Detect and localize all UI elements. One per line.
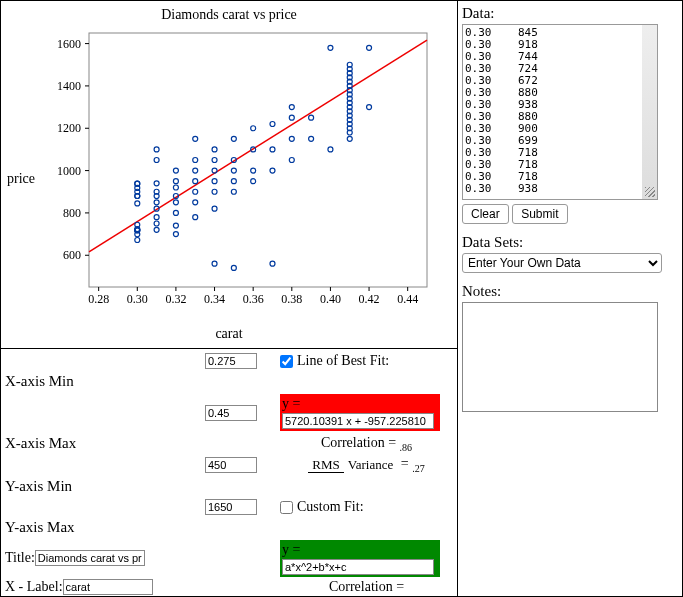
svg-text:0.42: 0.42 <box>359 292 380 306</box>
notes-heading: Notes: <box>462 283 678 300</box>
ymin-input[interactable] <box>205 457 257 473</box>
corr-label: Correlation = <box>321 435 396 450</box>
ymin-label: Y-axis Min <box>5 478 205 495</box>
svg-text:600: 600 <box>63 248 81 262</box>
svg-text:0.28: 0.28 <box>88 292 109 306</box>
notes-textarea[interactable] <box>462 302 658 412</box>
custom-equation-box: y = a*x^2+b*x+c <box>280 540 440 577</box>
title-input[interactable] <box>35 550 145 566</box>
custom-corr-label: Correlation = <box>329 579 404 594</box>
xmin-input[interactable] <box>205 353 257 369</box>
controls-panel: Line of Best Fit: X-axis Min y = 5720.10… <box>1 349 457 597</box>
corr-value: .86 <box>400 441 413 452</box>
svg-text:1400: 1400 <box>57 79 81 93</box>
svg-text:0.38: 0.38 <box>281 292 302 306</box>
xmax-label: X-axis Max <box>5 435 205 452</box>
svg-text:1000: 1000 <box>57 164 81 178</box>
data-heading: Data: <box>462 5 678 22</box>
submit-button[interactable]: Submit <box>512 204 567 224</box>
chart-area: Diamonds carat vs price price carat 0.28… <box>1 1 457 349</box>
ymax-input[interactable] <box>205 499 257 515</box>
datasets-heading: Data Sets: <box>462 234 678 251</box>
lobf-label: Line of Best Fit: <box>297 353 389 368</box>
xlabel-label: X - Label: <box>5 579 63 594</box>
svg-text:0.40: 0.40 <box>320 292 341 306</box>
custom-equation: a*x^2+b*x+c <box>282 559 434 575</box>
clear-button[interactable]: Clear <box>462 204 509 224</box>
rms-value: .27 <box>412 463 425 474</box>
svg-text:0.32: 0.32 <box>165 292 186 306</box>
svg-text:0.34: 0.34 <box>204 292 225 306</box>
svg-text:0.44: 0.44 <box>397 292 418 306</box>
xmax-input[interactable] <box>205 405 257 421</box>
svg-text:0.36: 0.36 <box>243 292 264 306</box>
chart-title: Diamonds carat vs price <box>1 7 457 23</box>
datasets-select[interactable]: Enter Your Own Data <box>462 253 662 273</box>
x-axis-label: carat <box>1 326 457 342</box>
svg-text:0.30: 0.30 <box>127 292 148 306</box>
svg-text:1200: 1200 <box>57 121 81 135</box>
lobf-checkbox[interactable] <box>280 355 293 368</box>
xlabel-input[interactable] <box>63 579 153 595</box>
lobf-equation-box: y = 5720.10391 x + -957.225810 <box>280 394 440 431</box>
svg-text:1600: 1600 <box>57 37 81 51</box>
svg-text:800: 800 <box>63 206 81 220</box>
custom-fit-label: Custom Fit: <box>297 499 364 514</box>
rms-variance-fraction: RMSVariance <box>308 457 397 473</box>
scatter-plot: 0.280.300.320.340.360.380.400.420.446008… <box>47 23 437 323</box>
title-label: Title: <box>5 550 35 565</box>
data-textarea[interactable]: 0.30 845 0.30 918 0.30 744 0.30 724 0.30… <box>462 24 658 200</box>
lobf-equation: 5720.10391 x + -957.225810 <box>282 413 434 429</box>
xmin-label: X-axis Min <box>5 373 205 390</box>
ymax-label: Y-axis Max <box>5 519 205 536</box>
y-axis-label: price <box>7 171 35 187</box>
custom-fit-checkbox[interactable] <box>280 501 293 514</box>
